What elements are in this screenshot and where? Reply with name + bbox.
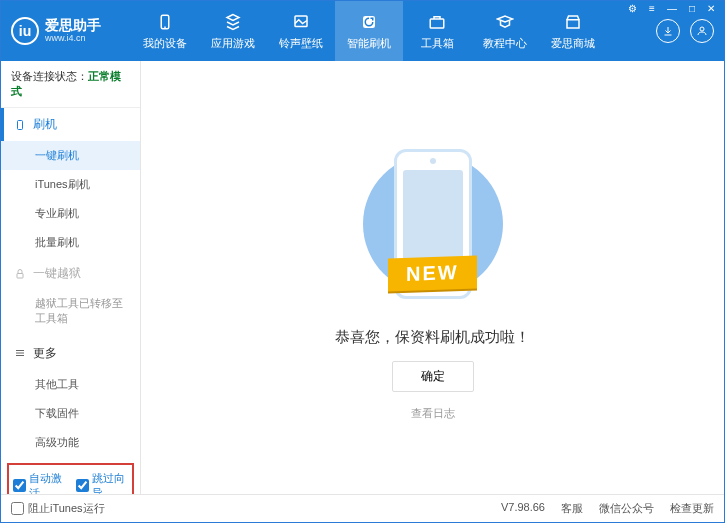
ok-button[interactable]: 确定 [392, 361, 474, 392]
body: 设备连接状态：正常模式 刷机 一键刷机 iTunes刷机 专业刷机 批量刷机 一… [1, 61, 724, 494]
logo-icon: iu [11, 17, 39, 45]
apps-icon [223, 12, 243, 32]
close-icon[interactable]: ✕ [704, 3, 718, 14]
sidebar: 设备连接状态：正常模式 刷机 一键刷机 iTunes刷机 专业刷机 批量刷机 一… [1, 61, 141, 494]
jailbreak-note: 越狱工具已转移至工具箱 [1, 290, 140, 337]
footer: 阻止iTunes运行 V7.98.66 客服 微信公众号 检查更新 [1, 494, 724, 522]
nav-tutorial[interactable]: 教程中心 [471, 1, 539, 61]
download-icon[interactable] [656, 19, 680, 43]
sidebar-item-other-tools[interactable]: 其他工具 [1, 370, 140, 399]
customer-service-link[interactable]: 客服 [561, 501, 583, 516]
maximize-icon[interactable]: □ [686, 3, 698, 14]
block-itunes-checkbox[interactable]: 阻止iTunes运行 [11, 501, 105, 516]
menu-lines-icon [13, 346, 27, 360]
settings-icon[interactable]: ⚙ [625, 3, 640, 14]
minimize-icon[interactable]: — [664, 3, 680, 14]
svg-rect-4 [430, 19, 444, 28]
svg-rect-6 [18, 120, 23, 129]
check-update-link[interactable]: 检查更新 [670, 501, 714, 516]
nav-toolbox[interactable]: 工具箱 [403, 1, 471, 61]
flash-group: 刷机 一键刷机 iTunes刷机 专业刷机 批量刷机 [1, 108, 140, 257]
wechat-link[interactable]: 微信公众号 [599, 501, 654, 516]
user-icon[interactable] [690, 19, 714, 43]
success-message: 恭喜您，保资料刷机成功啦！ [335, 328, 530, 347]
sidebar-item-advanced[interactable]: 高级功能 [1, 428, 140, 457]
sidebar-item-oneclick-flash[interactable]: 一键刷机 [1, 141, 140, 170]
main-content: NEW 恭喜您，保资料刷机成功啦！ 确定 查看日志 [141, 61, 724, 494]
store-icon [563, 12, 583, 32]
auto-activate-checkbox[interactable]: 自动激活 [13, 471, 66, 494]
logo-title: 爱思助手 [45, 18, 101, 33]
phone-illustration: NEW [358, 134, 508, 314]
svg-rect-7 [17, 273, 23, 278]
svg-point-5 [700, 27, 704, 31]
logo-url: www.i4.cn [45, 34, 101, 44]
new-ribbon: NEW [388, 255, 477, 291]
flash-icon [359, 12, 379, 32]
window-controls: ⚙ ≡ — □ ✕ [625, 3, 718, 14]
jailbreak-header: 一键越狱 [1, 257, 140, 290]
sidebar-item-download-fw[interactable]: 下载固件 [1, 399, 140, 428]
view-log-link[interactable]: 查看日志 [411, 406, 455, 421]
nav-smart-flash[interactable]: 智能刷机 [335, 1, 403, 61]
nav-store[interactable]: 爱思商城 [539, 1, 607, 61]
menu-icon[interactable]: ≡ [646, 3, 658, 14]
phone-icon [13, 118, 27, 132]
nav-apps-games[interactable]: 应用游戏 [199, 1, 267, 61]
app-window: ⚙ ≡ — □ ✕ iu 爱思助手 www.i4.cn 我的设备 应用游戏 [0, 0, 725, 523]
logo: iu 爱思助手 www.i4.cn [11, 17, 131, 45]
version-label: V7.98.66 [501, 501, 545, 516]
sidebar-item-batch-flash[interactable]: 批量刷机 [1, 228, 140, 257]
flash-header[interactable]: 刷机 [1, 108, 140, 141]
jailbreak-group: 一键越狱 越狱工具已转移至工具箱 [1, 257, 140, 337]
device-icon [155, 12, 175, 32]
skip-wizard-checkbox[interactable]: 跳过向导 [76, 471, 129, 494]
lock-icon [13, 267, 27, 281]
sidebar-item-itunes-flash[interactable]: iTunes刷机 [1, 170, 140, 199]
more-header[interactable]: 更多 [1, 337, 140, 370]
nav-ringtone-wallpaper[interactable]: 铃声壁纸 [267, 1, 335, 61]
header: ⚙ ≡ — □ ✕ iu 爱思助手 www.i4.cn 我的设备 应用游戏 [1, 1, 724, 61]
connection-status: 设备连接状态：正常模式 [1, 61, 140, 108]
toolbox-icon [427, 12, 447, 32]
wallpaper-icon [291, 12, 311, 32]
tutorial-icon [495, 12, 515, 32]
nav-my-device[interactable]: 我的设备 [131, 1, 199, 61]
top-nav: 我的设备 应用游戏 铃声壁纸 智能刷机 工具箱 教程中心 [131, 1, 607, 61]
more-group: 更多 其他工具 下载固件 高级功能 [1, 337, 140, 457]
sidebar-item-pro-flash[interactable]: 专业刷机 [1, 199, 140, 228]
header-right [656, 19, 714, 43]
options-box: 自动激活 跳过向导 [7, 463, 134, 494]
